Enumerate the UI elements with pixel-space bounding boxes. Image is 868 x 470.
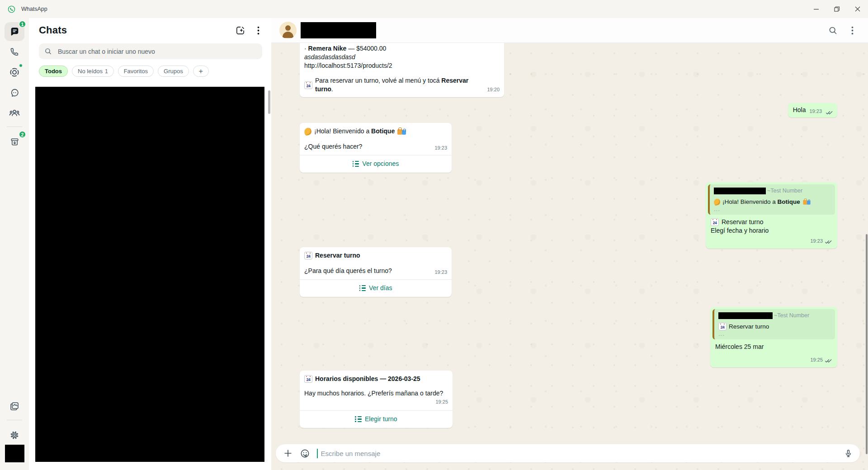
message-time: 19:25 xyxy=(435,398,448,406)
window-controls xyxy=(806,0,868,18)
chat-list-title: Chats xyxy=(39,24,67,36)
app-title: WhatsApp xyxy=(21,6,47,12)
channels-icon xyxy=(9,88,20,98)
product-description: asdasdasdasdasd xyxy=(304,53,500,61)
search-placeholder: Buscar un chat o iniciar uno nuevo xyxy=(58,48,155,55)
message-title: Reservar turno xyxy=(722,218,764,226)
message-title: Reservar turno xyxy=(315,251,360,260)
chat-list-panel: Chats Buscar un chat o iniciar uno nuevo… xyxy=(29,18,271,470)
composer-input[interactable]: Escribe un mensaje xyxy=(321,450,837,457)
shopping-bags-emoji xyxy=(397,127,406,135)
quoted-message[interactable]: ~Test Number 24 Reservar turno ... xyxy=(712,309,835,339)
chats-icon xyxy=(9,26,20,38)
contact-avatar[interactable] xyxy=(279,22,297,39)
quote-sender: ~Test Number xyxy=(767,187,802,195)
chat-list-scrollbar[interactable] xyxy=(268,90,270,114)
list-button-icon xyxy=(353,161,359,167)
rail-communities-button[interactable] xyxy=(5,103,24,122)
message-composer: Escribe un mensaje xyxy=(276,444,860,462)
ver-dias-button[interactable]: Ver días xyxy=(300,279,452,293)
media-gallery-icon xyxy=(9,401,20,412)
contact-name-redacted[interactable] xyxy=(301,22,376,38)
archived-icon xyxy=(9,137,20,147)
settings-gear-icon xyxy=(9,430,20,441)
product-bullet: · xyxy=(304,45,307,52)
restore-button[interactable] xyxy=(826,0,847,18)
navigation-rail: 1 2 xyxy=(0,18,29,470)
wave-emoji xyxy=(303,127,312,136)
mic-icon[interactable] xyxy=(844,449,853,458)
close-button[interactable] xyxy=(847,0,868,18)
attach-plus-icon[interactable] xyxy=(283,448,293,458)
double-check-icon xyxy=(825,239,832,244)
conversation-scrollbar[interactable] xyxy=(866,234,868,454)
search-icon xyxy=(44,47,52,55)
message-title: Horarios disponibles — 2026-03-25 xyxy=(315,375,420,383)
list-button-icon xyxy=(359,285,366,291)
text-caret xyxy=(317,449,318,458)
rail-media-button[interactable] xyxy=(5,397,24,416)
message-question: Hay muchos horarios. ¿Preferís mañana o … xyxy=(304,389,448,398)
calendar-emoji: 24 xyxy=(304,252,312,259)
message-reservar: 24 Reservar turno ¿Para qué día querés e… xyxy=(300,247,452,297)
message-time: 19:23 xyxy=(809,107,822,116)
conversation-panel: · Remera Nike — $54000.00 asdasdasdasdas… xyxy=(271,18,868,470)
rail-status-button[interactable] xyxy=(5,63,24,82)
shopping-bags-emoji xyxy=(803,198,810,205)
rail-archived-button[interactable]: 2 xyxy=(5,132,24,151)
chat-list-content-redacted[interactable] xyxy=(35,87,264,462)
status-icon xyxy=(9,67,20,78)
chat-list-menu-icon[interactable] xyxy=(257,26,259,35)
minimize-button[interactable] xyxy=(806,0,826,18)
rail-channels-button[interactable] xyxy=(5,83,24,102)
elegir-turno-button[interactable]: Elegir turno xyxy=(300,410,453,424)
message-product: · Remera Nike — $54000.00 asdasdasdasdas… xyxy=(300,39,504,97)
double-check-icon xyxy=(826,110,833,115)
chats-unread-badge: 1 xyxy=(19,20,26,28)
quoted-message[interactable]: ~Test Number ¡Hola! Bienvenido a Botique… xyxy=(708,184,835,215)
quote-name-redacted xyxy=(714,188,766,194)
rail-divider-bottom xyxy=(7,420,22,420)
emoji-picker-icon[interactable] xyxy=(300,448,310,459)
quote-ellipsis: ... xyxy=(718,332,830,336)
message-horarios: 24 Horarios disponibles — 2026-03-25 Hay… xyxy=(300,371,453,428)
message-welcome: ¡Hola! Bienvenido a Botique ¿Qué querés … xyxy=(300,123,452,173)
new-chat-icon[interactable] xyxy=(235,25,245,36)
chat-filters: Todos No leídos1 Favoritos Grupos + xyxy=(39,66,271,77)
product-name: Remera Nike xyxy=(308,45,347,52)
calendar-emoji: 24 xyxy=(304,375,312,383)
rail-settings-button[interactable] xyxy=(5,426,24,445)
window-titlebar: WhatsApp xyxy=(0,0,868,18)
rail-chats-button[interactable]: 1 xyxy=(5,22,24,41)
message-reply-dia: ~Test Number 24 Reservar turno ... Miérc… xyxy=(710,307,837,367)
message-reply-reservar: ~Test Number ¡Hola! Bienvenido a Botique… xyxy=(706,182,837,249)
product-url[interactable]: http://localhost:5173/products/2 xyxy=(304,61,500,70)
message-hola: Hola 19:23 xyxy=(788,103,837,118)
conversation-menu-icon[interactable] xyxy=(851,26,854,35)
calendar-emoji: 24 xyxy=(711,218,719,226)
conversation-search-icon[interactable] xyxy=(828,26,838,35)
filter-grupos[interactable]: Grupos xyxy=(158,66,189,77)
list-button-icon xyxy=(355,416,362,422)
rail-calls-button[interactable] xyxy=(5,42,24,61)
message-time: 19:23 xyxy=(428,144,447,152)
rail-divider xyxy=(7,127,22,127)
profile-avatar-redacted[interactable] xyxy=(5,445,24,462)
message-text: Miércoles 25 mar xyxy=(715,343,832,351)
message-question: ¿Para qué día querés el turno? xyxy=(304,267,392,275)
filter-todos[interactable]: Todos xyxy=(39,66,68,77)
filter-no-leidos[interactable]: No leídos1 xyxy=(72,66,114,77)
status-new-dot xyxy=(19,64,23,67)
conversation-header[interactable] xyxy=(271,18,868,43)
message-time: 19:23 xyxy=(810,237,823,245)
quote-name-redacted xyxy=(718,312,773,319)
ver-opciones-button[interactable]: Ver opciones xyxy=(300,155,452,169)
message-time: 19:20 xyxy=(487,85,500,94)
filter-favoritos[interactable]: Favoritos xyxy=(118,66,154,77)
calls-icon xyxy=(9,47,20,57)
filter-add-button[interactable]: + xyxy=(193,66,209,77)
chat-search-input[interactable]: Buscar un chat o iniciar uno nuevo xyxy=(39,43,262,59)
calendar-emoji: 24 xyxy=(718,323,726,330)
message-subtitle: Elegí fecha y horario xyxy=(711,226,832,235)
communities-icon xyxy=(9,107,20,119)
